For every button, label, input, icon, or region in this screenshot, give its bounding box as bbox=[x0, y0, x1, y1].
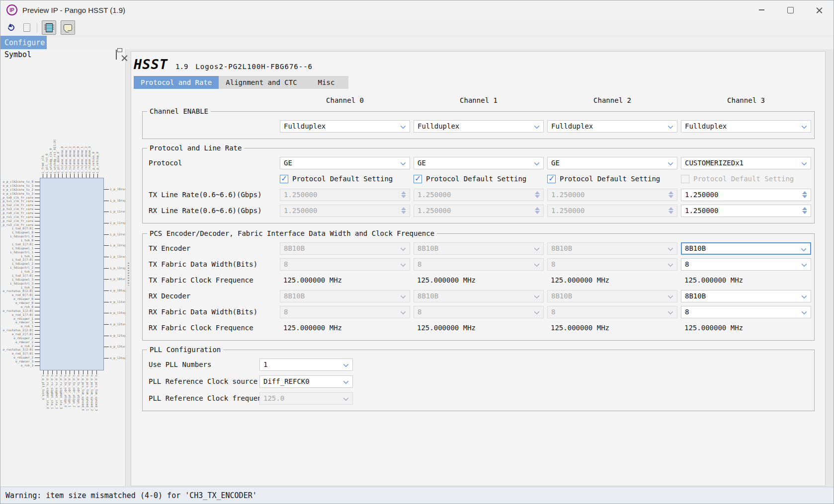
chip-symbol bbox=[40, 178, 104, 370]
ip-version: 1.9 bbox=[175, 63, 188, 71]
channel-enable-ch0-value: Fullduplex bbox=[284, 122, 326, 130]
row-rx-line-rate: RX Line Rate(0.6~6.6)(Gbps)1.2500001.250… bbox=[149, 204, 811, 217]
ip-header: HSST 1.9 Logos2-PG2L100H-FBG676--6 bbox=[134, 57, 825, 72]
pin-label: o_rdisper_2 bbox=[13, 336, 33, 340]
pin-label: i_txk_3 bbox=[21, 286, 33, 289]
protocol-ch3-dropdown[interactable]: CUSTOMERIZEDx1 bbox=[681, 157, 811, 169]
tx-fabric-clock-frequence-ch1-value: 125.000000 MHz bbox=[414, 276, 544, 284]
row-label-use-pll-numbers: Use PLL Numbers bbox=[149, 360, 256, 368]
use-pll-numbers-value: 1 bbox=[263, 360, 267, 368]
spin-up-icon bbox=[535, 191, 540, 194]
row-pll-reference-clock-source: PLL Reference Clock source fromDiff_REFC… bbox=[149, 375, 811, 388]
pin-wire bbox=[58, 174, 59, 178]
panel-splitter[interactable] bbox=[128, 263, 129, 286]
rx-fabric-data-width-ch0-dropdown: 8 bbox=[280, 306, 410, 318]
maximize-icon bbox=[787, 7, 794, 13]
spin-up-icon bbox=[668, 191, 673, 194]
message-view-toggle-button[interactable] bbox=[61, 20, 75, 35]
rx-decoder-ch1-dropdown: 8B10B bbox=[414, 290, 544, 302]
pin-label: o_p_l1txn bbox=[110, 300, 125, 304]
pin-label: o_p_clk2core_tx_0 bbox=[3, 180, 33, 184]
window-title: Preview IP - Pango HSST (1.9) bbox=[22, 6, 125, 14]
tx-line-rate-ch3-spinbox[interactable]: 1.250000 bbox=[681, 189, 811, 201]
maximize-button[interactable] bbox=[776, 0, 805, 19]
rx-fabric-data-width-ch3-dropdown[interactable]: 8 bbox=[681, 306, 811, 318]
pin-wire bbox=[35, 232, 40, 233]
pin-wire bbox=[35, 303, 40, 303]
tx-encoder-ch2-dropdown: 8B10B bbox=[547, 242, 677, 255]
tab-alignment-and-ctc[interactable]: Alignment and CTC bbox=[219, 76, 304, 89]
rx-line-rate-ch3-value: 1.250000 bbox=[685, 207, 718, 215]
tab-protocol-and-rate[interactable]: Protocol and Rate bbox=[134, 76, 219, 89]
rx-line-rate-ch3-spinbox[interactable]: 1.250000 bbox=[681, 205, 811, 217]
pin-label: o_rdecer_3 bbox=[15, 360, 33, 363]
pin-label: i_p_l0rxp bbox=[110, 199, 125, 203]
pin-wire bbox=[35, 252, 40, 253]
protocol-ch0-dropdown[interactable]: GE bbox=[280, 157, 410, 169]
tx-encoder-ch3-value: 8B10B bbox=[685, 244, 706, 252]
chevron-down-icon bbox=[801, 246, 806, 251]
spin-up-icon[interactable] bbox=[802, 191, 807, 194]
status-bar: Warning: item size mismatched (4-0) for … bbox=[0, 487, 834, 504]
use-pll-numbers-dropdown[interactable]: 1 bbox=[259, 359, 353, 371]
channel-enable-ch3-dropdown[interactable]: Fullduplex bbox=[681, 120, 811, 133]
pin-wire bbox=[89, 174, 90, 178]
row-pll-reference-clock-frequence: PLL Reference Clock frequence(MHz)125.0 bbox=[149, 392, 811, 405]
channel-header-2: Channel 2 bbox=[547, 96, 677, 104]
pin-wire bbox=[104, 245, 109, 246]
pin-wire bbox=[35, 354, 40, 354]
channel-enable-ch0-dropdown[interactable]: Fullduplex bbox=[280, 120, 410, 133]
pin-wire bbox=[96, 370, 97, 374]
pin-wire bbox=[82, 174, 83, 178]
tx-encoder-ch3-dropdown[interactable]: 8B10B bbox=[681, 242, 811, 255]
reload-button[interactable] bbox=[5, 24, 17, 31]
pin-label: i_p_l3rxp bbox=[110, 266, 125, 270]
channel-enable-ch2-dropdown[interactable]: Fullduplex bbox=[547, 120, 677, 133]
protocol-default-setting-ch2-checkbox[interactable]: ✓Protocol Default Setting bbox=[547, 174, 677, 184]
channel-enable-ch1-dropdown[interactable]: Fullduplex bbox=[414, 120, 544, 133]
spin-up-icon[interactable] bbox=[802, 207, 807, 210]
tab-configure[interactable]: Configure bbox=[0, 36, 47, 49]
pin-wire bbox=[35, 221, 40, 221]
protocol-ch3-value: CUSTOMERIZEDx1 bbox=[685, 159, 744, 167]
checkbox-box: ✓ bbox=[414, 175, 422, 183]
group-title-channel-enable: Channel ENABLE bbox=[147, 107, 211, 115]
protocol-default-setting-ch0-checkbox[interactable]: ✓Protocol Default Setting bbox=[280, 174, 410, 184]
spin-down-icon[interactable] bbox=[802, 211, 807, 214]
rx-decoder-ch3-dropdown[interactable]: 8B10B bbox=[681, 290, 811, 302]
pin-label: i_p_l3rxn bbox=[110, 255, 125, 259]
row-label-rx-decoder: RX Decoder bbox=[149, 292, 276, 300]
pin-label: o_p_l3txn bbox=[110, 345, 125, 349]
minimize-button[interactable] bbox=[747, 0, 776, 19]
protocol-ch1-dropdown[interactable]: GE bbox=[414, 157, 544, 169]
protocol-default-setting-ch1-label: Protocol Default Setting bbox=[426, 175, 526, 183]
pin-wire bbox=[35, 268, 40, 268]
chevron-down-icon bbox=[400, 309, 406, 314]
channel-enable-ch1-value: Fullduplex bbox=[417, 122, 459, 130]
tab-misc[interactable]: Misc bbox=[304, 76, 349, 89]
pin-wire bbox=[35, 291, 40, 291]
tx-encoder-ch0-dropdown: 8B10B bbox=[280, 242, 410, 255]
pin-wire bbox=[35, 225, 40, 225]
protocol-default-setting-ch1-checkbox[interactable]: ✓Protocol Default Setting bbox=[414, 174, 544, 184]
chevron-down-icon bbox=[667, 123, 673, 129]
row-protocol-default-setting: ✓Protocol Default Setting✓Protocol Defau… bbox=[149, 172, 811, 185]
chevron-down-icon bbox=[534, 245, 539, 251]
pin-wire bbox=[104, 313, 109, 313]
tx-fabric-data-width-ch3-dropdown[interactable]: 8 bbox=[681, 258, 811, 271]
chevron-down-icon bbox=[667, 245, 673, 251]
chevron-down-icon bbox=[534, 309, 539, 314]
chevron-down-icon bbox=[534, 160, 539, 165]
document-button[interactable] bbox=[21, 23, 32, 32]
close-button[interactable] bbox=[805, 0, 834, 19]
pin-label: o_p_l0txp bbox=[110, 288, 125, 292]
protocol-ch2-dropdown[interactable]: GE bbox=[547, 157, 677, 169]
spin-down-icon[interactable] bbox=[802, 195, 807, 198]
pll-reference-clock-source-dropdown[interactable]: Diff_REFCK0 bbox=[259, 375, 353, 388]
float-panel-button[interactable] bbox=[116, 50, 117, 59]
row-label-tx-fabric-clock-frequence: TX Fabric Clock Frequence bbox=[149, 276, 276, 284]
symbol-view-toggle-button[interactable] bbox=[42, 20, 56, 35]
pin-label: o_rdecer_1 bbox=[15, 320, 33, 324]
pin-label: i_p_rx0_clk_fr_core bbox=[0, 211, 33, 215]
tx-encoder-ch2-value: 8B10B bbox=[551, 244, 572, 252]
